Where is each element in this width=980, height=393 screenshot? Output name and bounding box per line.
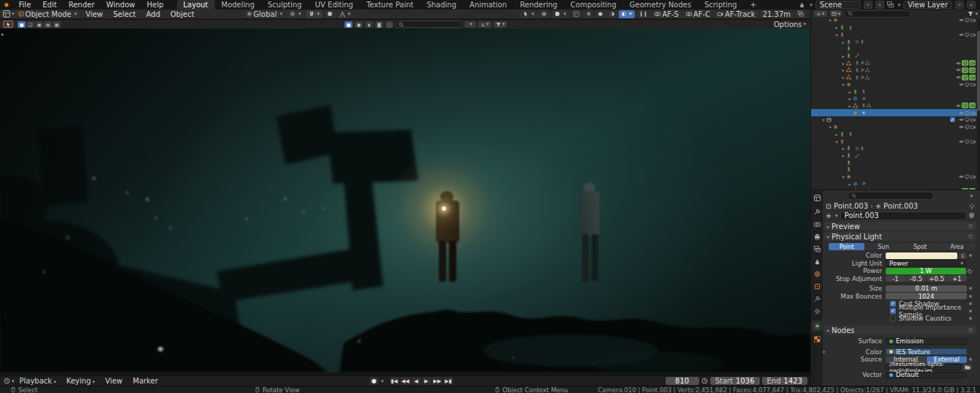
proportional-editing-toggle[interactable] bbox=[324, 10, 336, 18]
menu-view[interactable]: View bbox=[80, 10, 108, 18]
properties-search-input[interactable] bbox=[848, 192, 934, 200]
expand-toggle[interactable]: ▾ bbox=[827, 18, 833, 23]
collection-checkbox[interactable]: ✓ bbox=[950, 117, 955, 122]
menu-render[interactable]: Render bbox=[63, 0, 101, 10]
menu-object[interactable]: Object bbox=[165, 10, 200, 18]
keyframe-diamond-icon[interactable]: ◇ bbox=[968, 268, 972, 274]
end-frame-field[interactable]: End1423 bbox=[762, 377, 807, 385]
workspace-add-tab-button[interactable]: + bbox=[744, 0, 763, 10]
panel-menu-icon[interactable] bbox=[968, 233, 973, 239]
disable-render-toggle[interactable] bbox=[970, 82, 976, 87]
tab-render[interactable] bbox=[811, 219, 823, 230]
hide-eye-toggle[interactable] bbox=[959, 139, 964, 144]
hide-eye-toggle[interactable] bbox=[959, 117, 964, 122]
focus-distance-field[interactable]: 21.37m bbox=[760, 10, 794, 18]
outliner-row[interactable]: ▸ bbox=[811, 102, 977, 110]
hide-eye-toggle[interactable] bbox=[959, 82, 964, 87]
disable-viewport-toggle[interactable] bbox=[962, 67, 968, 73]
mode-selector[interactable]: Object Mode ▾ bbox=[15, 10, 80, 18]
transform-orientation-selector[interactable]: Global ▾ bbox=[244, 10, 285, 18]
outliner-row[interactable]: ▸ bbox=[811, 131, 977, 138]
disable-viewport-toggle[interactable] bbox=[965, 139, 970, 144]
outliner-scrollbar[interactable] bbox=[977, 19, 980, 190]
shading-rendered-button[interactable]: ◐▾ bbox=[619, 10, 635, 18]
properties-options-caret[interactable]: ▾ bbox=[970, 193, 975, 199]
play-button[interactable]: ▶ bbox=[422, 377, 431, 385]
animate-dot[interactable] bbox=[969, 302, 972, 305]
expand-toggle[interactable]: ▾ bbox=[840, 174, 846, 179]
max-bounces-field[interactable]: 1024 bbox=[886, 293, 967, 299]
visibility-toggle-2[interactable]: ● bbox=[355, 21, 363, 28]
stop-minus-05[interactable]: -0.5 bbox=[906, 275, 926, 282]
timeline-editor-icon[interactable] bbox=[4, 378, 10, 384]
editor-type-caret[interactable]: ▾ bbox=[12, 11, 15, 17]
light-type-sun[interactable]: Sun bbox=[865, 243, 901, 250]
menu-timeline-view[interactable]: View bbox=[100, 377, 128, 385]
prev-keyframe-button[interactable]: ◀◀ bbox=[400, 377, 411, 385]
disable-viewport-toggle[interactable] bbox=[965, 82, 970, 87]
proportional-falloff-selector[interactable]: ⋀▾ bbox=[337, 10, 353, 18]
expand-toggle[interactable]: ▸ bbox=[847, 181, 853, 187]
outliner-row[interactable] bbox=[811, 166, 977, 173]
animate-dot[interactable] bbox=[969, 295, 972, 298]
outliner-row[interactable]: ▸ bbox=[811, 53, 977, 60]
outliner-row[interactable]: ▸ bbox=[811, 74, 977, 81]
workspace-tab-shading[interactable]: Shading bbox=[420, 0, 463, 10]
disable-viewport-toggle[interactable] bbox=[965, 174, 970, 179]
pin-icon[interactable] bbox=[969, 203, 975, 209]
outliner-row[interactable]: ▸ bbox=[811, 88, 977, 95]
tab-output[interactable] bbox=[811, 231, 823, 242]
hide-eye-toggle[interactable] bbox=[956, 103, 961, 108]
visibility-toggle-3[interactable]: ◗ bbox=[365, 21, 373, 28]
expand-toggle[interactable]: ▸ bbox=[840, 40, 846, 45]
active-tool-select-box[interactable] bbox=[3, 20, 13, 28]
surface-node-field[interactable]: Emission bbox=[886, 338, 967, 345]
outliner-search-input[interactable] bbox=[844, 10, 911, 18]
hide-eye-toggle[interactable] bbox=[959, 32, 964, 37]
xray-toggle[interactable] bbox=[570, 10, 582, 18]
blender-logo-icon[interactable]: ✸ bbox=[0, 1, 13, 9]
disable-viewport-toggle[interactable] bbox=[962, 102, 968, 108]
expand-toggle[interactable]: ▾ bbox=[834, 32, 840, 37]
view-layer-new-button[interactable]: + bbox=[955, 1, 964, 9]
start-frame-field[interactable]: Start1036 bbox=[710, 377, 760, 385]
scene-new-button[interactable]: + bbox=[864, 1, 872, 9]
fake-user-shield-icon[interactable] bbox=[968, 212, 975, 219]
disable-viewport-toggle[interactable] bbox=[962, 60, 968, 66]
panel-menu-icon[interactable] bbox=[968, 223, 973, 229]
preview-panel-header[interactable]: ▸Preview bbox=[824, 222, 976, 231]
select-mode-invert[interactable]: ▤ bbox=[44, 21, 52, 28]
datablock-browse-caret[interactable]: ▾ bbox=[835, 213, 838, 219]
select-mode-subtract[interactable]: ▣ bbox=[35, 21, 43, 28]
disable-render-toggle[interactable] bbox=[970, 117, 976, 122]
outliner-row[interactable]: ▸ bbox=[811, 38, 977, 45]
menu-edit[interactable]: Edit bbox=[37, 0, 62, 10]
hide-eye-toggle[interactable] bbox=[956, 61, 961, 66]
animate-dot[interactable] bbox=[969, 317, 972, 320]
disable-viewport-toggle[interactable] bbox=[965, 117, 970, 122]
annotate-tool-button[interactable]: ▾ bbox=[520, 10, 538, 18]
workspace-tab-scripting[interactable]: Scripting bbox=[698, 0, 743, 10]
toolbar-expand-arrow[interactable]: ▸ bbox=[1, 31, 4, 37]
breadcrumb-data[interactable]: Point.003 bbox=[883, 202, 918, 210]
outliner-row[interactable]: ▾ bbox=[811, 31, 977, 38]
disable-render-toggle[interactable] bbox=[970, 111, 976, 116]
hide-eye-toggle[interactable] bbox=[956, 67, 961, 72]
scene-name-field[interactable]: Scene bbox=[815, 1, 861, 9]
shadow-caustics-checkbox[interactable] bbox=[890, 315, 896, 321]
tab-constraints[interactable] bbox=[811, 293, 823, 304]
tool-search-input[interactable] bbox=[395, 20, 462, 28]
light-type-spot[interactable]: Spot bbox=[902, 243, 938, 250]
hide-eye-toggle[interactable] bbox=[959, 174, 964, 179]
disable-render-toggle[interactable] bbox=[969, 67, 976, 73]
open-file-button[interactable] bbox=[962, 364, 972, 370]
stop-minus-1[interactable]: -1 bbox=[886, 275, 905, 282]
tab-tool[interactable] bbox=[811, 206, 823, 217]
shading-wireframe-button[interactable]: ⊕ bbox=[584, 10, 594, 18]
workspace-tab-compositing[interactable]: Compositing bbox=[564, 0, 623, 10]
workspace-tab-sculpting[interactable]: Sculpting bbox=[261, 0, 309, 10]
workspace-tab-texture-paint[interactable]: Texture Paint bbox=[360, 0, 421, 10]
disable-viewport-toggle[interactable] bbox=[965, 124, 970, 130]
play-reverse-button[interactable]: ◀ bbox=[412, 377, 421, 385]
menu-keying[interactable]: Keying▾ bbox=[61, 377, 100, 385]
